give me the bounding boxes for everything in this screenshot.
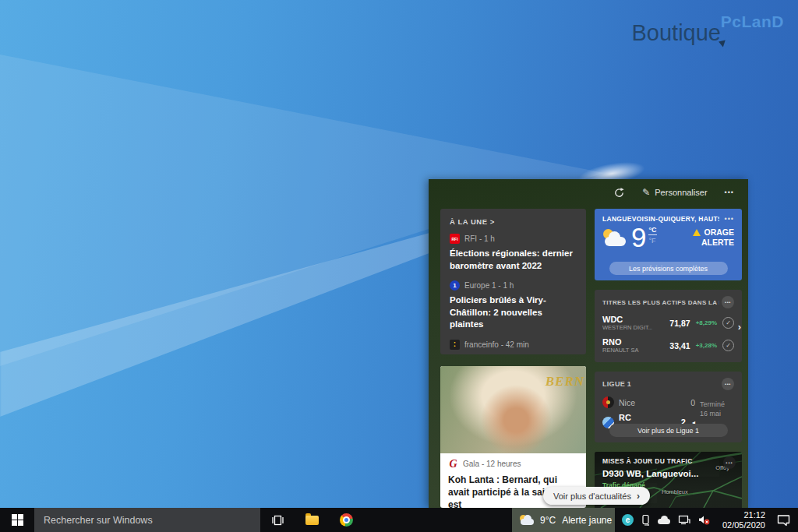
tray-app-e-icon[interactable]: e bbox=[622, 514, 634, 526]
widgets-column: LANGUEVOISIN-QUIQUERY, HAUTS-... ••• 9 °… bbox=[595, 209, 742, 508]
article-photo: BERN bbox=[440, 366, 586, 453]
ligue1-card[interactable]: LIGUE 1 ••• Nice 0 RC Stra bbox=[595, 372, 742, 442]
top-news-card[interactable]: À LA UNE > RFI RFI - 1 h Élections régio… bbox=[440, 209, 586, 354]
article-headline[interactable]: Élections régionales: dernier baromètre … bbox=[450, 248, 577, 272]
folder-icon bbox=[305, 516, 319, 525]
stock-row[interactable]: WDC WESTERN DIGIT... 71,87 +8,29% ✓ bbox=[602, 315, 734, 331]
alert-line1: ORAGE bbox=[704, 227, 734, 238]
partly-cloudy-icon bbox=[602, 229, 627, 246]
stock-company: RENAULT SA bbox=[602, 347, 652, 354]
stock-symbol: WDC bbox=[602, 315, 654, 324]
stock-change: +3,28% bbox=[696, 342, 717, 349]
celsius-option[interactable]: °C bbox=[648, 226, 656, 235]
stocks-more-button[interactable]: ••• bbox=[722, 296, 734, 308]
start-button[interactable] bbox=[0, 508, 34, 532]
weather-location: LANGUEVOISIN-QUIQUERY, HAUTS-... bbox=[602, 215, 719, 223]
more-news-label: Voir plus d'actualités bbox=[553, 491, 631, 501]
refresh-button[interactable] bbox=[613, 187, 625, 199]
clock[interactable]: 21:12 02/05/2020 bbox=[717, 508, 768, 532]
clock-time: 21:12 bbox=[717, 510, 765, 520]
onedrive-icon[interactable] bbox=[658, 516, 670, 524]
search-input[interactable]: Rechercher sur Windows bbox=[34, 508, 260, 532]
news-column: À LA UNE > RFI RFI - 1 h Élections régio… bbox=[440, 209, 586, 508]
taskbar-weather-temp: 9°C bbox=[540, 515, 556, 526]
unit-toggle[interactable]: °C °F bbox=[648, 226, 656, 245]
weather-alert: ORAGE ALERTE bbox=[693, 227, 734, 248]
chevron-right-icon: › bbox=[637, 491, 640, 502]
panel-header: ✎ Personnaliser ••• bbox=[613, 179, 748, 206]
pencil-icon: ✎ bbox=[642, 187, 650, 198]
team-score: 0 bbox=[690, 398, 695, 407]
news-and-interests-panel: ✎ Personnaliser ••• À LA UNE > RFI RFI -… bbox=[429, 179, 748, 508]
desktop: PcLanD Boutique ✎ Personnaliser ••• À LA… bbox=[0, 0, 798, 532]
notification-icon bbox=[776, 514, 791, 527]
news-section-title[interactable]: À LA UNE > bbox=[450, 217, 577, 226]
network-icon[interactable] bbox=[678, 515, 690, 525]
fahrenheit-option[interactable]: °F bbox=[648, 237, 656, 245]
article-meta: Europe 1 - 1 h bbox=[464, 281, 514, 290]
watchlist-check-icon[interactable]: ✓ bbox=[722, 340, 734, 351]
file-explorer-button[interactable] bbox=[295, 508, 329, 532]
stock-symbol: RNO bbox=[602, 337, 654, 347]
chrome-button[interactable] bbox=[329, 508, 363, 532]
clock-date: 02/05/2020 bbox=[717, 520, 765, 530]
volume-muted-icon[interactable] bbox=[698, 515, 710, 525]
stocks-title: TITRES LES PLUS ACTIFS DANS LA LIS... bbox=[602, 299, 719, 306]
taskbar-spacer bbox=[363, 508, 512, 532]
task-view-button[interactable] bbox=[260, 508, 295, 532]
stock-change: +8,29% bbox=[696, 319, 717, 326]
weather-temperature: 9 bbox=[631, 224, 646, 251]
news-article[interactable]: 1 Europe 1 - 1 h Policiers brûlés à Viry… bbox=[450, 280, 577, 331]
article-headline[interactable]: Les effets du «Covid long» sur le corps bbox=[450, 354, 577, 354]
stock-price: 33,41 bbox=[669, 341, 690, 351]
system-tray: e bbox=[615, 508, 717, 532]
stock-price: 71,87 bbox=[669, 319, 690, 328]
full-forecast-button[interactable]: Les prévisions complètes bbox=[609, 262, 728, 275]
refresh-icon bbox=[613, 187, 625, 199]
article-meta: RFI - 1 h bbox=[464, 234, 495, 243]
watchlist-check-icon[interactable]: ✓ bbox=[722, 317, 734, 329]
action-center-button[interactable] bbox=[768, 508, 798, 532]
personalize-button[interactable]: ✎ Personnaliser bbox=[642, 187, 707, 198]
ellipsis-icon: ••• bbox=[725, 188, 734, 196]
stock-company: WESTERN DIGIT... bbox=[602, 324, 652, 331]
league-more-button[interactable]: ••• bbox=[722, 378, 734, 390]
warning-icon bbox=[693, 229, 701, 236]
article-meta: Gala - 12 heures bbox=[463, 460, 521, 468]
taskbar: Rechercher sur Windows 9°C Alerte jaune … bbox=[0, 508, 798, 532]
article-headline[interactable]: Policiers brûlés à Viry-Châtillon: 2 nou… bbox=[450, 294, 577, 331]
windows-logo-icon bbox=[12, 514, 23, 526]
stocks-next-arrow[interactable]: › bbox=[738, 320, 741, 332]
team-name: Nice bbox=[619, 398, 635, 407]
traffic-more-button[interactable]: ••• bbox=[723, 456, 736, 469]
photo-watermark-text: BERN bbox=[546, 374, 584, 389]
stock-row[interactable]: RNO RENAULT SA 33,41 +3,28% ✓ bbox=[602, 337, 734, 354]
watermark-brand: PcLanD bbox=[721, 12, 784, 31]
watermark-title: Boutique bbox=[632, 20, 722, 46]
tray-device-icon[interactable] bbox=[641, 514, 650, 526]
taskbar-weather-alert: Alerte jaune bbox=[562, 515, 612, 526]
article-meta: franceinfo - 42 min bbox=[464, 340, 529, 349]
weather-more-button[interactable]: ••• bbox=[725, 215, 734, 223]
news-article[interactable]: : franceinfo - 42 min Les effets du «Cov… bbox=[450, 340, 577, 354]
league-title: LIGUE 1 bbox=[602, 380, 631, 388]
taskbar-weather-button[interactable]: 9°C Alerte jaune bbox=[512, 508, 615, 532]
franceinfo-logo-icon: : bbox=[450, 340, 460, 350]
weather-card[interactable]: LANGUEVOISIN-QUIQUERY, HAUTS-... ••• 9 °… bbox=[595, 209, 742, 280]
map-label: Hombleux bbox=[662, 488, 688, 495]
gala-logo-icon: G bbox=[448, 459, 458, 469]
traffic-headline[interactable]: D930 WB, Languevoi... bbox=[602, 469, 734, 478]
personalize-label: Personnaliser bbox=[655, 188, 707, 197]
traffic-title: MISES À JOUR DU TRAFIC bbox=[602, 457, 734, 465]
more-ligue1-button[interactable]: Voir plus de Ligue 1 bbox=[609, 424, 728, 437]
nice-crest-icon bbox=[602, 396, 614, 408]
more-news-button[interactable]: Voir plus d'actualités › bbox=[543, 487, 650, 505]
chrome-icon bbox=[340, 513, 353, 527]
stocks-card[interactable]: TITRES LES PLUS ACTIFS DANS LA LIS... ••… bbox=[595, 290, 742, 362]
panel-more-button[interactable]: ••• bbox=[725, 188, 734, 196]
cloud-sun-icon bbox=[519, 515, 535, 525]
europe1-logo-icon: 1 bbox=[450, 280, 460, 291]
rfi-logo-icon: RFI bbox=[450, 234, 460, 244]
alert-line2: ALERTE bbox=[701, 238, 734, 247]
news-article[interactable]: RFI RFI - 1 h Élections régionales: dern… bbox=[450, 234, 577, 272]
